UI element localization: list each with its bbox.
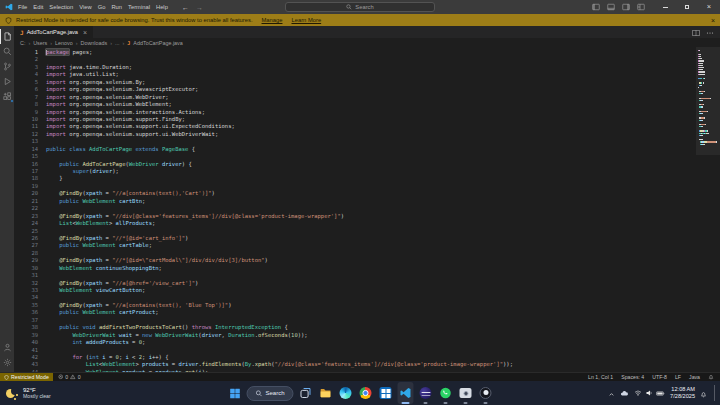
code-line[interactable]: 1package pages; (14, 49, 720, 56)
status-cursor-position[interactable]: Ln 1, Col 1 (588, 374, 613, 380)
code-line[interactable]: 28 (14, 250, 720, 257)
breadcrumb-item[interactable]: Lenovo (55, 40, 73, 46)
window-close-button[interactable]: × (698, 0, 720, 14)
menu-file[interactable]: File (18, 4, 27, 10)
minimap[interactable] (698, 47, 714, 372)
code-line[interactable]: 6import org.openqa.selenium.JavascriptEx… (14, 86, 720, 93)
menu-selection[interactable]: Selection (49, 4, 73, 10)
taskbar-obs-icon[interactable] (478, 382, 494, 404)
taskbar-edge-icon[interactable] (338, 382, 354, 404)
network-volume-battery[interactable] (634, 389, 665, 398)
code-line[interactable]: 39 WebDriverWait wait = new WebDriverWai… (14, 332, 720, 339)
code-line[interactable]: 24 List<WebElement> allProducts; (14, 220, 720, 227)
command-center-search[interactable]: Search (285, 2, 435, 12)
code-line[interactable]: 14public class AddToCartPage extends Pag… (14, 146, 720, 153)
window-maximize-button[interactable] (676, 0, 698, 14)
status-indentation[interactable]: Spaces: 4 (621, 374, 644, 380)
customize-layout-icon[interactable] (637, 3, 645, 12)
status-problems[interactable]: 0 0 (53, 374, 86, 380)
breadcrumb-item[interactable]: ... (115, 40, 120, 46)
settings-gear-icon[interactable] (0, 355, 14, 370)
breadcrumb-item[interactable]: Users (33, 40, 47, 46)
status-encoding[interactable]: UTF-8 (652, 374, 667, 380)
breadcrumb[interactable]: C:›Users›Lenovo›Downloads›...›JAddToCart… (14, 38, 720, 47)
status-language-mode[interactable]: Java (689, 374, 700, 380)
weather-widget[interactable]: 92°F Mostly clear (5, 381, 51, 405)
manage-link[interactable]: Manage (262, 17, 283, 23)
toggle-secondary-sidebar-icon[interactable] (622, 3, 630, 12)
taskbar-search[interactable]: Search (246, 386, 293, 401)
code-line[interactable]: 22 (14, 205, 720, 212)
nav-forward-icon[interactable]: → (196, 4, 203, 11)
code-line[interactable]: 35 @FindBy(xpath = "//a[contains(text(),… (14, 302, 720, 309)
code-line[interactable]: 30 WebElement continueShoppingBtn; (14, 265, 720, 272)
code-lines[interactable]: 1package pages;23import java.time.Durati… (14, 47, 720, 372)
code-line[interactable]: 15 (14, 153, 720, 160)
code-line[interactable]: 37 (14, 317, 720, 324)
taskbar-chrome-icon[interactable] (358, 382, 374, 404)
code-line[interactable]: 36 public WebElement cartProduct; (14, 309, 720, 316)
code-line[interactable]: 29 @FindBy(xpath = "//*[@id=\"cartModal\… (14, 257, 720, 264)
activity-extensions-icon[interactable] (0, 89, 14, 104)
code-line[interactable]: 5import org.openqa.selenium.By; (14, 79, 720, 86)
taskbar-vscode-icon[interactable] (398, 382, 414, 404)
code-line[interactable]: 7import org.openqa.selenium.WebDriver; (14, 94, 720, 101)
code-line[interactable]: 42 for (int i = 0; i < 2; i++) { (14, 354, 720, 361)
clock[interactable]: 12:08 AM 7/28/2025 (670, 386, 695, 400)
editor[interactable]: 1package pages;23import java.time.Durati… (14, 47, 720, 372)
status-eol[interactable]: LF (675, 374, 681, 380)
status-restricted-mode[interactable]: Restricted Mode (0, 373, 53, 381)
code-line[interactable]: 38 public void addFirstTwoProductsToCart… (14, 324, 720, 331)
breadcrumb-item[interactable]: AddToCartPage.java (133, 40, 182, 46)
code-line[interactable]: 12import org.openqa.selenium.support.ui.… (14, 131, 720, 138)
activity-run-debug-icon[interactable] (0, 74, 14, 89)
activity-explorer-icon[interactable] (0, 29, 14, 44)
show-desktop-strip[interactable] (714, 385, 716, 401)
taskbar-whatsapp-icon[interactable] (438, 382, 454, 404)
code-line[interactable]: 17 super(driver); (14, 168, 720, 175)
code-line[interactable]: 33 WebElement viewCartButton; (14, 287, 720, 294)
tab-addtocartpage[interactable]: J AddToCartPage.java × (14, 26, 93, 38)
code-line[interactable]: 21 public WebElement cartBtn; (14, 198, 720, 205)
taskbar-store-icon[interactable] (378, 382, 394, 404)
activity-source-control-icon[interactable] (0, 59, 14, 74)
taskbar-camera-icon[interactable] (458, 382, 474, 404)
code-line[interactable]: 26 @FindBy(xpath = "//*[@id='cart_info']… (14, 235, 720, 242)
code-line[interactable]: 34 (14, 294, 720, 301)
notification-bell-icon[interactable] (700, 384, 707, 402)
code-line[interactable]: 8import org.openqa.selenium.WebElement; (14, 101, 720, 108)
code-line[interactable]: 2 (14, 56, 720, 63)
taskbar-file-explorer-icon[interactable] (318, 382, 334, 404)
code-line[interactable]: 41 (14, 347, 720, 354)
learn-more-link[interactable]: Learn More (291, 17, 321, 23)
code-line[interactable]: 16 public AddToCartPage(WebDriver driver… (14, 161, 720, 168)
code-line[interactable]: 10import org.openqa.selenium.support.Fin… (14, 116, 720, 123)
code-line[interactable]: 4import java.util.List; (14, 71, 720, 78)
taskbar-eclipse-icon[interactable] (418, 382, 434, 404)
onedrive-cloud-icon[interactable] (620, 384, 629, 402)
menu-view[interactable]: View (79, 4, 91, 10)
code-line[interactable]: 11import org.openqa.selenium.support.ui.… (14, 123, 720, 130)
toggle-panel-icon[interactable] (607, 3, 615, 12)
menu-help[interactable]: Help (156, 4, 168, 10)
window-minimize-button[interactable] (654, 0, 676, 14)
menu-run[interactable]: Run (111, 4, 122, 10)
code-line[interactable]: 13 (14, 138, 720, 145)
code-line[interactable]: 20 @FindBy(xpath = "//a[contains(text(),… (14, 190, 720, 197)
code-line[interactable]: 32 @FindBy(xpath = "//a[@href='/view_car… (14, 280, 720, 287)
start-button[interactable] (226, 382, 242, 404)
code-line[interactable]: 43 List<WebElement> products = driver.fi… (14, 361, 720, 368)
code-line[interactable]: 9import org.openqa.selenium.interactions… (14, 109, 720, 116)
nav-back-icon[interactable]: ← (182, 4, 189, 11)
code-line[interactable]: 18 } (14, 175, 720, 182)
activity-search-icon[interactable] (0, 44, 14, 59)
taskbar-task-view-icon[interactable] (298, 382, 314, 404)
code-line[interactable]: 23 @FindBy(xpath = "//div[@class='featur… (14, 213, 720, 220)
code-line[interactable]: 3import java.time.Duration; (14, 64, 720, 71)
account-icon[interactable] (0, 340, 14, 355)
breadcrumb-item[interactable]: Downloads (81, 40, 108, 46)
menu-terminal[interactable]: Terminal (128, 4, 150, 10)
tray-chevron-up-icon[interactable] (608, 384, 615, 402)
notifications-bell-icon[interactable] (708, 374, 714, 381)
code-line[interactable]: 31 (14, 272, 720, 279)
